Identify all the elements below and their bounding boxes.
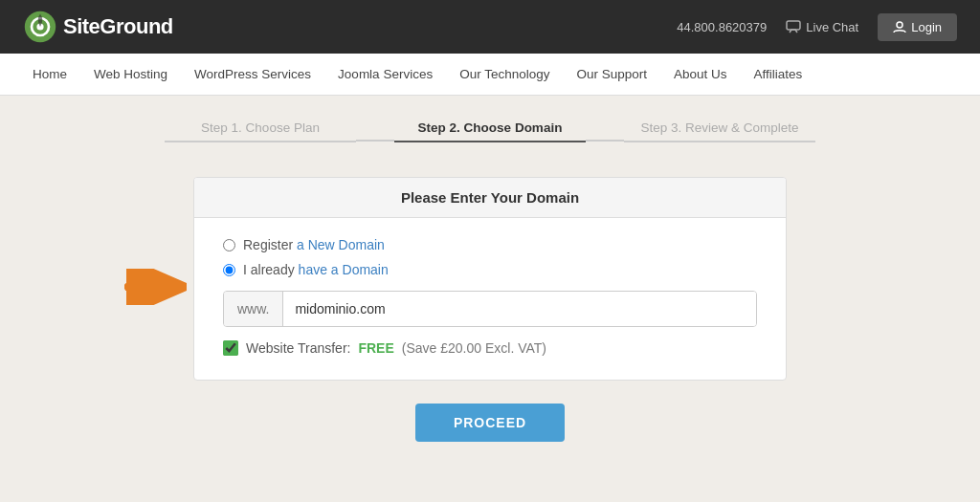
live-chat-label: Live Chat (806, 20, 858, 34)
step-3-underline (624, 141, 815, 142)
nav-web-hosting[interactable]: Web Hosting (80, 54, 181, 96)
orange-arrow (124, 269, 187, 308)
steps-container: Step 1. Choose Plan Step 2. Choose Domai… (165, 99, 815, 158)
step-1: Step 1. Choose Plan (165, 120, 356, 142)
main-content: Please Enter Your Domain Register a New … (0, 158, 980, 470)
existing-domain-option[interactable]: I already have a Domain (223, 262, 757, 277)
step-2-label: Step 2. Choose Domain (418, 120, 563, 135)
step-3-label: Step 3. Review & Complete (640, 120, 798, 135)
existing-label: I already have a Domain (243, 262, 389, 277)
domain-input-row: www. (223, 291, 757, 327)
card-container: Please Enter Your Domain Register a New … (193, 177, 787, 381)
step-1-underline (165, 141, 356, 142)
phone-number: 44.800.8620379 (677, 20, 767, 34)
card-header: Please Enter Your Domain (194, 178, 786, 218)
card-body: Register a New Domain I already have a D… (194, 218, 786, 380)
proceed-btn-wrap: PROCEED (415, 404, 565, 442)
chat-icon (786, 20, 801, 33)
nav-wordpress[interactable]: WordPress Services (181, 54, 324, 96)
logo-text: SiteGround (63, 14, 173, 39)
new-domain-link[interactable]: a New Domain (297, 237, 385, 252)
domain-card: Please Enter Your Domain Register a New … (193, 177, 787, 381)
step-sep-1 (356, 140, 394, 142)
live-chat-button[interactable]: Live Chat (786, 20, 858, 34)
register-radio[interactable] (223, 239, 235, 251)
save-label: (Save £20.00 Excl. VAT) (402, 340, 546, 356)
have-domain-link[interactable]: have a Domain (299, 262, 389, 277)
transfer-row: Website Transfer: FREE (Save £20.00 Excl… (223, 340, 757, 356)
login-button[interactable]: Login (878, 13, 957, 41)
domain-input[interactable] (283, 292, 756, 326)
existing-prefix: I already (243, 262, 299, 277)
nav-affiliates[interactable]: Affiliates (741, 54, 816, 96)
svg-point-4 (897, 22, 902, 28)
transfer-label: Website Transfer: (246, 340, 350, 356)
login-label: Login (911, 20, 942, 34)
step-2: Step 2. Choose Domain (394, 120, 586, 142)
step-1-label: Step 1. Choose Plan (201, 120, 320, 135)
nav-support[interactable]: Our Support (563, 54, 660, 96)
svg-rect-3 (787, 21, 800, 30)
step-3: Step 3. Review & Complete (624, 120, 815, 142)
top-right-bar: 44.800.8620379 Live Chat Login (677, 13, 957, 41)
free-label: FREE (358, 340, 393, 356)
nav-bar: Home Web Hosting WordPress Services Joom… (0, 54, 980, 96)
existing-radio[interactable] (223, 264, 235, 276)
nav-technology[interactable]: Our Technology (446, 54, 563, 96)
nav-home[interactable]: Home (19, 54, 80, 96)
register-prefix: Register (243, 237, 297, 252)
top-bar: SiteGround 44.800.8620379 Live Chat Logi… (0, 0, 980, 54)
register-label: Register a New Domain (243, 237, 385, 252)
transfer-checkbox[interactable] (223, 340, 238, 356)
nav-about[interactable]: About Us (660, 54, 741, 96)
step-2-underline (394, 141, 586, 142)
nav-joomla[interactable]: Joomla Services (324, 54, 446, 96)
logo: SiteGround (23, 10, 173, 44)
proceed-button[interactable]: PROCEED (415, 404, 565, 442)
logo-icon (23, 10, 57, 44)
user-icon (893, 20, 906, 33)
www-label: www. (224, 292, 283, 326)
arrow-svg (124, 269, 187, 305)
step-sep-2 (586, 140, 624, 142)
register-new-domain-option[interactable]: Register a New Domain (223, 237, 757, 252)
